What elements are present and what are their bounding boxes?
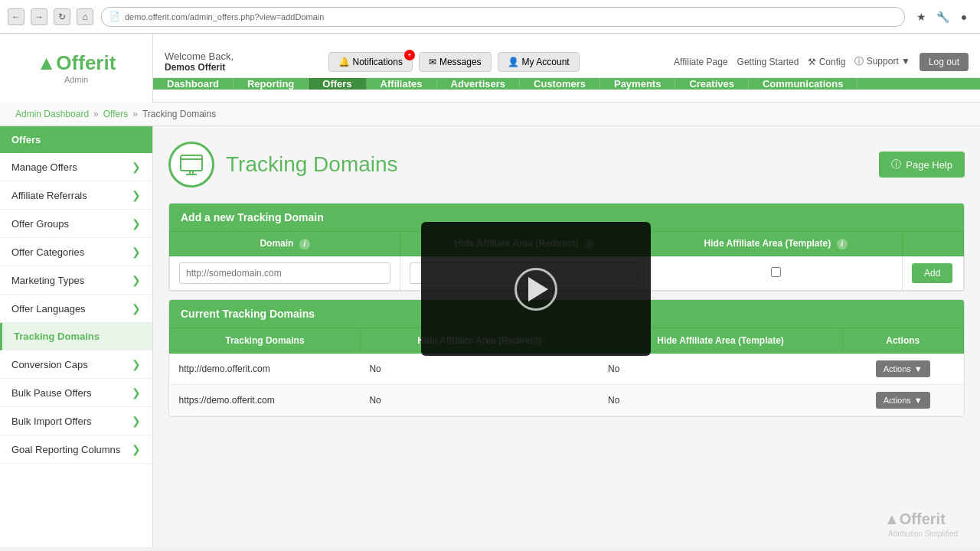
page-title-area: Tracking Domains xyxy=(168,142,398,187)
home-button[interactable]: ⌂ xyxy=(77,8,93,25)
welcome-text: Welcome Back, Demos Offerit xyxy=(165,51,234,73)
row2-template: No xyxy=(599,384,842,416)
domain-info-icon[interactable]: i xyxy=(299,239,310,249)
col-template-header: Hide Affiliate Area (Template) i xyxy=(649,232,903,256)
chevron-right-icon: ❯ xyxy=(132,246,141,258)
admin-label: Admin xyxy=(64,75,88,84)
play-button[interactable] xyxy=(514,268,557,311)
envelope-icon: ✉ xyxy=(429,57,436,67)
sidebar-item-goal-reporting[interactable]: Goal Reporting Columns ❯ xyxy=(0,435,152,464)
breadcrumb-sep-1: » xyxy=(93,109,99,119)
star-icon[interactable]: ★ xyxy=(913,8,929,25)
messages-button[interactable]: ✉ Messages xyxy=(419,52,492,72)
sidebar-item-bulk-import[interactable]: Bulk Import Offers ❯ xyxy=(0,407,152,435)
question-icon: ⓘ xyxy=(854,56,864,67)
url-text: demo.offerit.com/admin_offers.php?view=a… xyxy=(125,12,324,21)
table-col-domains: Tracking Domains xyxy=(170,328,361,353)
logo: ▲Offerit xyxy=(37,51,116,75)
nav-reporting[interactable]: Reporting xyxy=(234,78,309,90)
col-domain-header: Domain i xyxy=(170,232,400,256)
play-arrow-icon xyxy=(528,277,548,302)
sidebar-item-bulk-pause[interactable]: Bulk Pause Offers ❯ xyxy=(0,379,152,407)
chevron-right-icon: ❯ xyxy=(132,189,141,201)
breadcrumb-admin[interactable]: Admin Dashboard xyxy=(15,109,89,119)
getting-started-link[interactable]: Getting Started xyxy=(737,57,799,67)
header-top: Welcome Back, Demos Offerit 🔔 Notificati… xyxy=(153,46,980,78)
svg-text:▲Offerit: ▲Offerit xyxy=(884,510,946,527)
domain-input[interactable] xyxy=(179,262,390,284)
sidebar-item-manage-offers[interactable]: Manage Offers ❯ xyxy=(0,153,152,181)
support-link[interactable]: ⓘ Support ▼ xyxy=(854,55,910,68)
row1-actions-container: Actions ▼ xyxy=(851,360,954,377)
breadcrumb-offers[interactable]: Offers xyxy=(103,109,128,119)
col-action-header xyxy=(903,232,964,256)
svg-text:Attribution Simplified: Attribution Simplified xyxy=(888,530,958,538)
table-row: http://demo.offerit.com No No Actions ▼ xyxy=(170,353,964,384)
chevron-right-icon: ❯ xyxy=(132,443,141,455)
nav-creatives[interactable]: Creatives xyxy=(675,78,749,90)
dropdown-icon: ▼ xyxy=(914,364,923,373)
back-button[interactable]: ← xyxy=(8,8,24,25)
notification-badge: + xyxy=(404,50,415,60)
chevron-right-icon: ❯ xyxy=(132,161,141,173)
row2-actions-cell: Actions ▼ xyxy=(842,384,963,416)
chevron-right-icon: ❯ xyxy=(132,217,141,230)
config-link[interactable]: ⚒ Config xyxy=(808,57,845,67)
sidebar-item-marketing-types[interactable]: Marketing Types ❯ xyxy=(0,266,152,295)
template-checkbox-cell xyxy=(649,256,903,290)
nav-dashboard[interactable]: Dashboard xyxy=(153,78,234,90)
page-icon xyxy=(168,142,214,187)
sidebar-item-conversion-caps[interactable]: Conversion Caps ❯ xyxy=(0,350,152,379)
nav-offers[interactable]: Offers xyxy=(309,78,366,90)
nav-advertisers[interactable]: Advertisers xyxy=(437,78,521,90)
page-help-button[interactable]: ⓘ Page Help xyxy=(879,152,965,178)
row2-actions-button[interactable]: Actions ▼ xyxy=(876,392,930,409)
sidebar-item-offer-categories[interactable]: Offer Categories ❯ xyxy=(0,238,152,266)
affiliate-page-link[interactable]: Affiliate Page xyxy=(674,57,728,67)
dropdown-icon: ▼ xyxy=(914,396,923,405)
notifications-button[interactable]: 🔔 Notifications + xyxy=(328,52,413,72)
nav-customers[interactable]: Customers xyxy=(520,78,600,90)
header-links: Affiliate Page Getting Started ⚒ Config … xyxy=(674,53,969,71)
nav-communications[interactable]: Communications xyxy=(749,78,858,90)
breadcrumb-sep-2: » xyxy=(132,109,138,119)
lock-icon: 📄 xyxy=(109,11,120,21)
chevron-right-icon: ❯ xyxy=(132,358,141,370)
add-button[interactable]: Add xyxy=(912,263,952,283)
logout-button[interactable]: Log out xyxy=(920,53,969,71)
row1-redirect: No xyxy=(360,353,599,384)
chevron-right-icon: ❯ xyxy=(132,274,141,286)
page-title: Tracking Domains xyxy=(226,152,398,177)
row2-domain: https://demo.offerit.com xyxy=(170,384,361,416)
forward-button[interactable]: → xyxy=(31,8,47,25)
video-player[interactable] xyxy=(421,222,651,356)
breadcrumb-current: Tracking Domains xyxy=(142,109,216,119)
browser-toolbar: ← → ↻ ⌂ 📄 demo.offerit.com/admin_offers.… xyxy=(0,0,980,34)
sidebar: Offers Manage Offers ❯ Affiliate Referra… xyxy=(0,126,153,547)
breadcrumb: Admin Dashboard » Offers » Tracking Doma… xyxy=(0,103,980,126)
header-actions: 🔔 Notifications + ✉ Messages 👤 My Accoun… xyxy=(328,52,580,72)
reload-button[interactable]: ↻ xyxy=(54,8,70,25)
nav-payments[interactable]: Payments xyxy=(600,78,675,90)
sidebar-section-title: Offers xyxy=(0,126,152,153)
template-info-icon[interactable]: i xyxy=(837,239,848,249)
help-icon: ⓘ xyxy=(891,158,901,171)
sidebar-item-tracking-domains[interactable]: Tracking Domains xyxy=(0,323,152,350)
row2-redirect: No xyxy=(360,384,599,416)
template-checkbox[interactable] xyxy=(771,267,781,277)
row1-actions-button[interactable]: Actions ▼ xyxy=(876,360,930,377)
account-button[interactable]: 👤 My Account xyxy=(498,52,580,72)
domain-input-cell xyxy=(170,256,400,290)
sidebar-item-affiliate-referrals[interactable]: Affiliate Referrals ❯ xyxy=(0,181,152,210)
logo-area: ▲Offerit Admin xyxy=(0,34,153,103)
nav-affiliates[interactable]: Affiliates xyxy=(367,78,437,90)
row1-actions-cell: Actions ▼ xyxy=(842,353,963,384)
sidebar-item-offer-groups[interactable]: Offer Groups ❯ xyxy=(0,210,152,238)
bell-icon: 🔔 xyxy=(338,57,350,67)
url-bar[interactable]: 📄 demo.offerit.com/admin_offers.php?view… xyxy=(101,7,905,27)
extension-icon[interactable]: 🔧 xyxy=(934,8,951,25)
row1-template: No xyxy=(599,353,842,384)
row1-domain: http://demo.offerit.com xyxy=(170,353,361,384)
sidebar-item-offer-languages[interactable]: Offer Languages ❯ xyxy=(0,295,152,323)
profile-icon[interactable]: ● xyxy=(956,8,972,25)
